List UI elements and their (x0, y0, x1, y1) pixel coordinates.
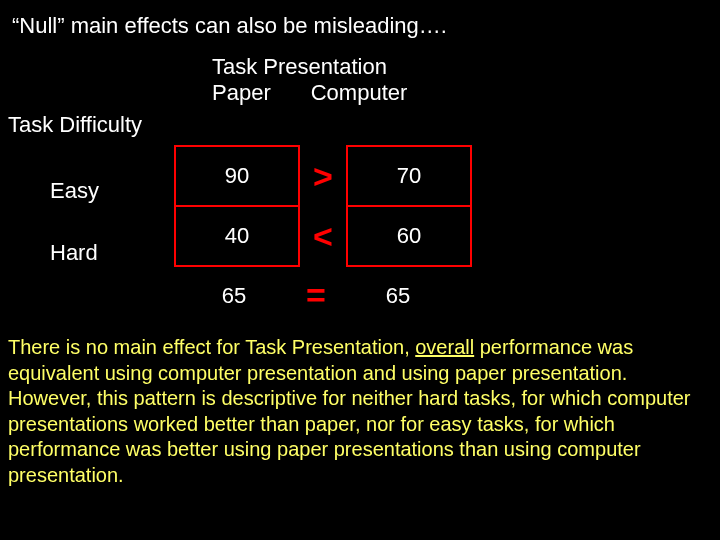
comparator-hard: < (299, 206, 347, 266)
data-table: 90 > 70 40 < 60 (174, 145, 472, 267)
table-row: 40 < 60 (175, 206, 471, 266)
row-label-easy: Easy (50, 160, 99, 222)
row-header-block: Task Difficulty (8, 112, 142, 138)
slide-title: “Null” main effects can also be misleadi… (12, 12, 708, 40)
marginal-computer: 65 (338, 283, 458, 309)
body-text-b: performance was equivalent using compute… (8, 336, 691, 486)
col-header-computer: Computer (311, 80, 408, 106)
col-header-paper: Paper (212, 80, 271, 106)
cell-easy-paper: 90 (175, 146, 299, 206)
column-marginals: 65 = 65 (174, 276, 458, 315)
cell-hard-paper: 40 (175, 206, 299, 266)
marginal-comparator: = (294, 276, 338, 315)
row-label-hard: Hard (50, 222, 99, 284)
marginal-paper: 65 (174, 283, 294, 309)
table-row: 90 > 70 (175, 146, 471, 206)
slide: “Null” main effects can also be misleadi… (0, 0, 720, 540)
cell-hard-computer: 60 (347, 206, 471, 266)
body-paragraph: There is no main effect for Task Present… (8, 335, 708, 489)
column-header-block: Task Presentation Paper Computer (212, 54, 407, 107)
body-text-a: There is no main effect for Task Present… (8, 336, 415, 358)
row-labels: Easy Hard (50, 160, 99, 284)
comparator-easy: > (299, 146, 347, 206)
body-text-underline: overall (415, 336, 474, 358)
cell-easy-computer: 70 (347, 146, 471, 206)
presentation-label: Task Presentation (212, 54, 407, 80)
